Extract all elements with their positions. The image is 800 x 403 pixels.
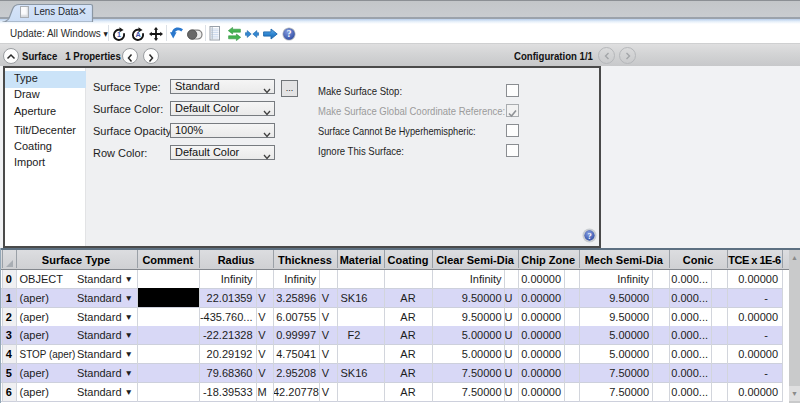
svg-text:1: 1 [117,30,121,39]
svg-text:?: ? [587,230,591,240]
svg-text:A: A [135,30,140,39]
svg-text:?: ? [287,29,292,39]
